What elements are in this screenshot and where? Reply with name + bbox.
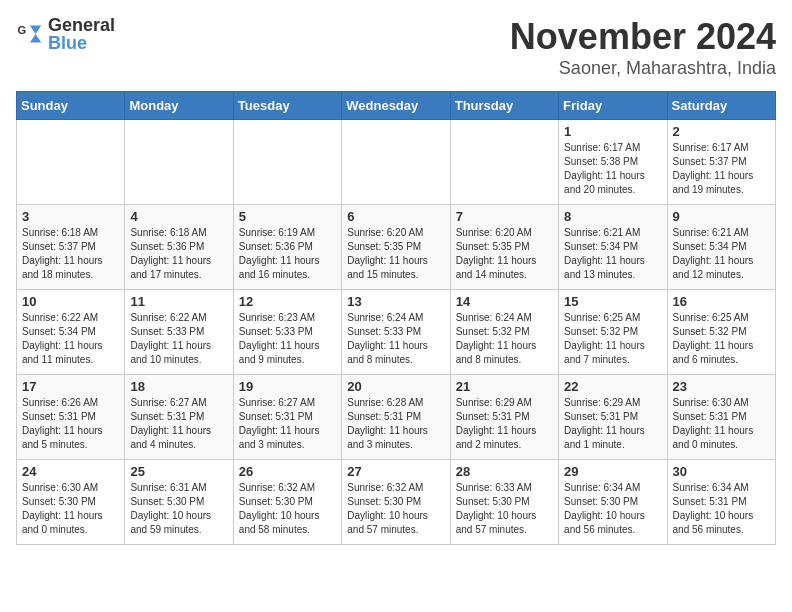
day-number: 23 [673,379,770,394]
calendar-cell [450,120,558,205]
day-number: 24 [22,464,119,479]
weekday-header-monday: Monday [125,92,233,120]
calendar-cell: 21Sunrise: 6:29 AM Sunset: 5:31 PM Dayli… [450,375,558,460]
day-number: 7 [456,209,553,224]
calendar-cell: 3Sunrise: 6:18 AM Sunset: 5:37 PM Daylig… [17,205,125,290]
calendar-cell: 1Sunrise: 6:17 AM Sunset: 5:38 PM Daylig… [559,120,667,205]
cell-info: Sunrise: 6:22 AM Sunset: 5:33 PM Dayligh… [130,311,227,367]
cell-info: Sunrise: 6:29 AM Sunset: 5:31 PM Dayligh… [456,396,553,452]
calendar-cell: 12Sunrise: 6:23 AM Sunset: 5:33 PM Dayli… [233,290,341,375]
calendar-cell: 26Sunrise: 6:32 AM Sunset: 5:30 PM Dayli… [233,460,341,545]
cell-info: Sunrise: 6:18 AM Sunset: 5:37 PM Dayligh… [22,226,119,282]
day-number: 26 [239,464,336,479]
calendar-cell: 9Sunrise: 6:21 AM Sunset: 5:34 PM Daylig… [667,205,775,290]
weekday-header-thursday: Thursday [450,92,558,120]
cell-info: Sunrise: 6:23 AM Sunset: 5:33 PM Dayligh… [239,311,336,367]
day-number: 17 [22,379,119,394]
day-number: 9 [673,209,770,224]
cell-info: Sunrise: 6:27 AM Sunset: 5:31 PM Dayligh… [130,396,227,452]
weekday-header-row: SundayMondayTuesdayWednesdayThursdayFrid… [17,92,776,120]
header-area: G General Blue November 2024 Saoner, Mah… [16,16,776,79]
calendar-cell: 2Sunrise: 6:17 AM Sunset: 5:37 PM Daylig… [667,120,775,205]
day-number: 13 [347,294,444,309]
calendar-cell: 30Sunrise: 6:34 AM Sunset: 5:31 PM Dayli… [667,460,775,545]
svg-marker-1 [30,26,41,43]
cell-info: Sunrise: 6:19 AM Sunset: 5:36 PM Dayligh… [239,226,336,282]
weekday-header-tuesday: Tuesday [233,92,341,120]
day-number: 2 [673,124,770,139]
calendar-cell: 16Sunrise: 6:25 AM Sunset: 5:32 PM Dayli… [667,290,775,375]
calendar-cell [233,120,341,205]
day-number: 21 [456,379,553,394]
cell-info: Sunrise: 6:34 AM Sunset: 5:30 PM Dayligh… [564,481,661,537]
cell-info: Sunrise: 6:33 AM Sunset: 5:30 PM Dayligh… [456,481,553,537]
cell-info: Sunrise: 6:27 AM Sunset: 5:31 PM Dayligh… [239,396,336,452]
calendar-cell: 18Sunrise: 6:27 AM Sunset: 5:31 PM Dayli… [125,375,233,460]
title-area: November 2024 Saoner, Maharashtra, India [510,16,776,79]
cell-info: Sunrise: 6:25 AM Sunset: 5:32 PM Dayligh… [564,311,661,367]
day-number: 5 [239,209,336,224]
calendar-week-row: 3Sunrise: 6:18 AM Sunset: 5:37 PM Daylig… [17,205,776,290]
calendar-cell: 11Sunrise: 6:22 AM Sunset: 5:33 PM Dayli… [125,290,233,375]
cell-info: Sunrise: 6:17 AM Sunset: 5:38 PM Dayligh… [564,141,661,197]
cell-info: Sunrise: 6:34 AM Sunset: 5:31 PM Dayligh… [673,481,770,537]
cell-info: Sunrise: 6:18 AM Sunset: 5:36 PM Dayligh… [130,226,227,282]
day-number: 22 [564,379,661,394]
calendar-cell: 15Sunrise: 6:25 AM Sunset: 5:32 PM Dayli… [559,290,667,375]
cell-info: Sunrise: 6:28 AM Sunset: 5:31 PM Dayligh… [347,396,444,452]
day-number: 19 [239,379,336,394]
cell-info: Sunrise: 6:30 AM Sunset: 5:31 PM Dayligh… [673,396,770,452]
day-number: 12 [239,294,336,309]
day-number: 20 [347,379,444,394]
calendar-cell: 29Sunrise: 6:34 AM Sunset: 5:30 PM Dayli… [559,460,667,545]
calendar-cell [125,120,233,205]
cell-info: Sunrise: 6:21 AM Sunset: 5:34 PM Dayligh… [673,226,770,282]
day-number: 16 [673,294,770,309]
calendar-cell: 23Sunrise: 6:30 AM Sunset: 5:31 PM Dayli… [667,375,775,460]
day-number: 1 [564,124,661,139]
weekday-header-sunday: Sunday [17,92,125,120]
calendar-cell: 8Sunrise: 6:21 AM Sunset: 5:34 PM Daylig… [559,205,667,290]
calendar-cell [342,120,450,205]
weekday-header-wednesday: Wednesday [342,92,450,120]
day-number: 8 [564,209,661,224]
weekday-header-saturday: Saturday [667,92,775,120]
calendar-week-row: 10Sunrise: 6:22 AM Sunset: 5:34 PM Dayli… [17,290,776,375]
cell-info: Sunrise: 6:20 AM Sunset: 5:35 PM Dayligh… [347,226,444,282]
cell-info: Sunrise: 6:17 AM Sunset: 5:37 PM Dayligh… [673,141,770,197]
calendar-cell: 27Sunrise: 6:32 AM Sunset: 5:30 PM Dayli… [342,460,450,545]
logo-icon: G [16,20,44,48]
calendar-cell: 4Sunrise: 6:18 AM Sunset: 5:36 PM Daylig… [125,205,233,290]
day-number: 29 [564,464,661,479]
calendar-cell: 5Sunrise: 6:19 AM Sunset: 5:36 PM Daylig… [233,205,341,290]
calendar-cell [17,120,125,205]
calendar-table: SundayMondayTuesdayWednesdayThursdayFrid… [16,91,776,545]
calendar-week-row: 24Sunrise: 6:30 AM Sunset: 5:30 PM Dayli… [17,460,776,545]
cell-info: Sunrise: 6:30 AM Sunset: 5:30 PM Dayligh… [22,481,119,537]
day-number: 14 [456,294,553,309]
calendar-week-row: 17Sunrise: 6:26 AM Sunset: 5:31 PM Dayli… [17,375,776,460]
day-number: 28 [456,464,553,479]
day-number: 6 [347,209,444,224]
cell-info: Sunrise: 6:25 AM Sunset: 5:32 PM Dayligh… [673,311,770,367]
day-number: 4 [130,209,227,224]
cell-info: Sunrise: 6:32 AM Sunset: 5:30 PM Dayligh… [239,481,336,537]
cell-info: Sunrise: 6:24 AM Sunset: 5:33 PM Dayligh… [347,311,444,367]
cell-info: Sunrise: 6:22 AM Sunset: 5:34 PM Dayligh… [22,311,119,367]
svg-text:G: G [17,24,26,36]
logo-general: General [48,16,115,34]
cell-info: Sunrise: 6:31 AM Sunset: 5:30 PM Dayligh… [130,481,227,537]
calendar-cell: 20Sunrise: 6:28 AM Sunset: 5:31 PM Dayli… [342,375,450,460]
logo-blue: Blue [48,34,115,52]
calendar-cell: 22Sunrise: 6:29 AM Sunset: 5:31 PM Dayli… [559,375,667,460]
day-number: 30 [673,464,770,479]
calendar-cell: 10Sunrise: 6:22 AM Sunset: 5:34 PM Dayli… [17,290,125,375]
calendar-cell: 24Sunrise: 6:30 AM Sunset: 5:30 PM Dayli… [17,460,125,545]
cell-info: Sunrise: 6:21 AM Sunset: 5:34 PM Dayligh… [564,226,661,282]
day-number: 11 [130,294,227,309]
cell-info: Sunrise: 6:26 AM Sunset: 5:31 PM Dayligh… [22,396,119,452]
day-number: 18 [130,379,227,394]
logo: G General Blue [16,16,115,52]
calendar-cell: 7Sunrise: 6:20 AM Sunset: 5:35 PM Daylig… [450,205,558,290]
cell-info: Sunrise: 6:20 AM Sunset: 5:35 PM Dayligh… [456,226,553,282]
